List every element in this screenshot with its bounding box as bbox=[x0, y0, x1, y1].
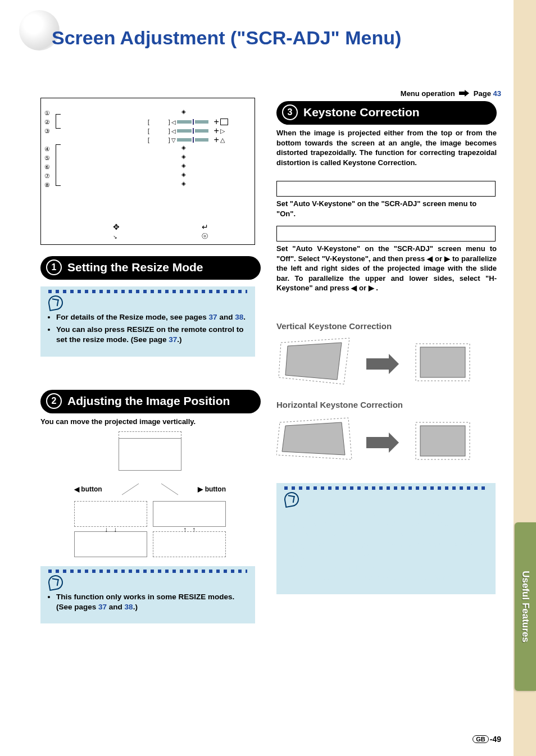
note-dots-decor bbox=[284, 486, 488, 490]
auto-keystone-frame bbox=[276, 181, 496, 197]
s2-note-g: .) bbox=[133, 603, 138, 611]
svg-marker-3 bbox=[285, 343, 342, 380]
note-icon bbox=[47, 574, 64, 591]
left-button-label: button bbox=[81, 485, 102, 493]
svg-marker-4 bbox=[366, 354, 399, 374]
page-link-37b[interactable]: 37 bbox=[169, 335, 177, 344]
section1-note: For details of the Resize mode, see page… bbox=[40, 286, 255, 357]
section3-note: The Keystone Correction can be adjusted … bbox=[276, 483, 496, 594]
right-button-label: button bbox=[205, 485, 226, 493]
s3-note-l1: The Keystone Correction can be adjusted … bbox=[292, 509, 488, 560]
note-icon bbox=[47, 294, 64, 311]
note-dots-decor bbox=[48, 290, 247, 293]
section3-intro: When the image is projected either from … bbox=[276, 128, 497, 167]
page-link-38[interactable]: 38 bbox=[235, 313, 243, 321]
section3-heading-pill: 3 Keystone Correction bbox=[276, 101, 497, 125]
page-content: Menu operation Page 43 ①②③④⑤⑥⑦⑧ ◈ ◈ ◈ ◈ … bbox=[40, 86, 501, 734]
slider-bars-icon: []◁+ []◁+▷ []▽+△ bbox=[148, 117, 228, 144]
diagonal-line-icon bbox=[119, 481, 142, 498]
s3-note-l2: When the screen is slanting or the image… bbox=[292, 562, 488, 582]
auto-vkey-on-text: Set "Auto V-Keystone" on the "SCR-ADJ" s… bbox=[276, 199, 497, 218]
svg-line-0 bbox=[122, 484, 139, 495]
side-tab-label: Useful Features bbox=[520, 571, 531, 643]
gb-badge: GB bbox=[473, 735, 489, 743]
s1-note-l2a: You can also press bbox=[56, 325, 127, 334]
vertical-keystone-subheading: Vertical Keystone Correction bbox=[276, 321, 392, 331]
section3-heading: Keystone Correction bbox=[303, 106, 420, 119]
page-footer: GB-49 bbox=[473, 735, 501, 744]
page-title: Screen Adjustment ("SCR-ADJ" Menu) bbox=[52, 27, 401, 49]
svg-rect-6 bbox=[420, 347, 465, 377]
s2-note-a: This function only works in some bbox=[56, 593, 179, 601]
note-dots-decor bbox=[48, 570, 247, 573]
circled-2-icon: 2 bbox=[46, 393, 62, 409]
image-position-diagram: ◀ button ▶ button ↓ ↓ ↑ ↑ bbox=[74, 431, 226, 557]
page-link-37[interactable]: 37 bbox=[209, 313, 217, 321]
osd-item-numbers: ①②③④⑤⑥⑦⑧ bbox=[44, 108, 50, 189]
s1-note-l1e: . bbox=[243, 313, 246, 321]
s1-note-l1c: and bbox=[217, 313, 235, 321]
s3-t-e: . bbox=[376, 284, 378, 292]
section2-heading-pill: 2 Adjusting the Image Position bbox=[40, 390, 261, 413]
svg-line-1 bbox=[161, 484, 178, 495]
svg-marker-8 bbox=[282, 422, 345, 455]
svg-marker-9 bbox=[366, 432, 399, 453]
triangle-right-icon: ▶ bbox=[369, 284, 376, 292]
page-number-link[interactable]: 43 bbox=[493, 89, 501, 98]
manual-keystone-frame bbox=[276, 226, 496, 242]
note-icon bbox=[283, 491, 300, 508]
page-number: -49 bbox=[490, 735, 501, 744]
menu-operation-label: Menu operation bbox=[401, 89, 455, 98]
s3-t-b: or bbox=[435, 254, 442, 263]
triangle-left-icon: ◀ bbox=[74, 485, 79, 493]
page-link-38b[interactable]: 38 bbox=[125, 603, 133, 611]
triangle-right-icon: ▶ bbox=[198, 485, 203, 493]
section2-heading: Adjusting the Image Position bbox=[67, 394, 230, 408]
resize-button-label: RESIZE bbox=[127, 325, 155, 334]
circled-1-icon: 1 bbox=[46, 259, 62, 275]
diagonal-line-icon bbox=[158, 481, 181, 498]
section1-heading-pill: 1 Setting the Resize Mode bbox=[40, 256, 261, 280]
vertical-keystone-figure bbox=[276, 336, 479, 392]
section2-note: This function only works in some RESIZE … bbox=[40, 566, 255, 623]
section1-heading: Setting the Resize Mode bbox=[67, 261, 203, 274]
page-link-37c[interactable]: 37 bbox=[98, 603, 107, 611]
osd-menu-diagram: ①②③④⑤⑥⑦⑧ ◈ ◈ ◈ ◈ ◈ ◈ []◁+ []◁+▷ []▽+△ ✥↘… bbox=[40, 98, 255, 245]
s1-note-l1a: For details of the Resize mode, see page… bbox=[56, 313, 209, 321]
s3-t-d: or bbox=[359, 284, 366, 292]
arrow-right-icon bbox=[459, 90, 469, 98]
menu-operation-ref: Menu operation Page 43 bbox=[401, 89, 501, 98]
manual-keystone-text: Set "Auto V-Keystone" on the "SCR-ADJ" s… bbox=[276, 244, 497, 293]
resize-text: RESIZE bbox=[179, 593, 206, 601]
horizontal-keystone-subheading: Horizontal Keystone Correction bbox=[276, 400, 403, 409]
page-label: Page bbox=[474, 89, 491, 98]
osd-footer-icons: ✥↘ ↵⦾ bbox=[113, 222, 208, 241]
horizontal-keystone-figure bbox=[276, 415, 479, 471]
triangle-left-icon: ◀ bbox=[351, 284, 359, 292]
svg-rect-11 bbox=[420, 426, 465, 456]
s1-note-l2e: .) bbox=[177, 335, 181, 344]
triangle-right-icon: ▶ bbox=[444, 254, 452, 263]
triangle-left-icon: ◀ bbox=[427, 254, 435, 263]
circled-3-icon: 3 bbox=[282, 104, 298, 120]
section2-intro: You can move the projected image vertica… bbox=[40, 417, 254, 427]
s2-note-e: and bbox=[107, 603, 125, 611]
side-tab: Useful Features bbox=[515, 522, 536, 691]
